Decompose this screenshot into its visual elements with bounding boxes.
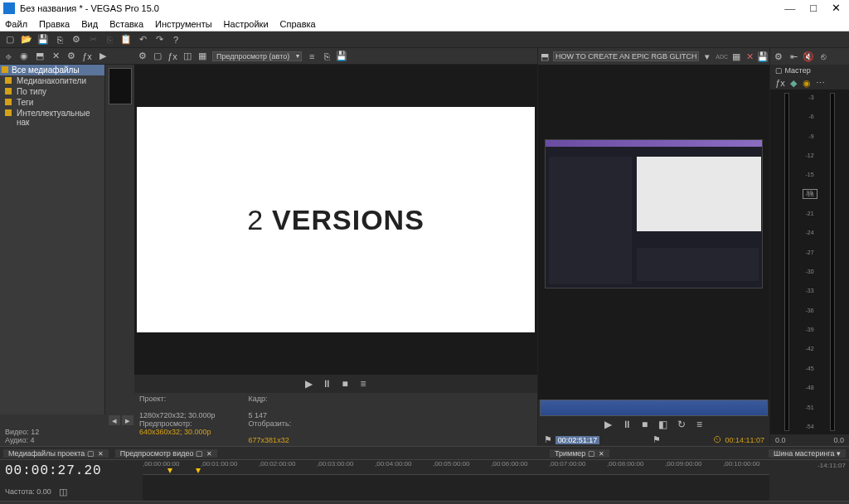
trimmer-add-button[interactable]: ◧ <box>658 419 668 429</box>
stop-button[interactable]: ■ <box>340 379 350 389</box>
external-monitor-icon[interactable]: ▢ <box>153 51 163 61</box>
properties2-icon[interactable]: ⚙ <box>66 51 76 61</box>
trimmer-menu[interactable]: ≡ <box>695 419 705 429</box>
split-screen-icon[interactable]: ◫ <box>182 51 192 61</box>
video-text-1: 2 <box>247 204 264 236</box>
media-tree[interactable]: Все медиафайлы Медианакопители По типу Т… <box>0 65 104 414</box>
menu-help[interactable]: Справка <box>280 19 316 29</box>
save-snapshot-icon[interactable]: 💾 <box>337 51 347 61</box>
menu-insert[interactable]: Вставка <box>109 19 143 29</box>
trimmer-dropdown-icon[interactable]: ▾ <box>702 51 712 61</box>
properties-icon[interactable]: ⚙ <box>71 35 81 45</box>
master-mute-icon[interactable]: 🔇 <box>803 51 813 61</box>
ruler-tick: ,00:00:00:00 <box>143 460 179 468</box>
trimmer-loop[interactable]: ↻ <box>677 419 686 429</box>
get-media-icon[interactable]: ⬒ <box>35 51 45 61</box>
scroll-left-icon[interactable]: ◂ <box>109 415 120 425</box>
fx-icon[interactable]: ƒx <box>82 51 92 61</box>
minimize-button[interactable]: — <box>784 2 795 15</box>
video-text-2: VERSIONS <box>272 204 424 236</box>
trimmer-in-tc[interactable]: 00:02:51:17 <box>555 436 600 444</box>
trimmer-stop[interactable]: ■ <box>640 419 650 429</box>
menu-edit[interactable]: Правка <box>39 19 70 29</box>
overlay-icon[interactable]: ▦ <box>197 51 207 61</box>
preview-quality-select[interactable]: Предпросмотр (авто) <box>212 51 302 61</box>
trimmer-match-icon[interactable]: ⬒ <box>540 51 550 61</box>
trimmer-play[interactable]: ▶ <box>604 419 614 429</box>
tree-item[interactable]: По типу <box>0 86 104 97</box>
open-icon[interactable]: 📂 <box>22 35 32 45</box>
master-o-icon[interactable]: ◉ <box>802 78 812 88</box>
pause-button[interactable]: ⏸ <box>322 379 332 389</box>
new-icon[interactable]: ▢ <box>5 35 15 45</box>
play-button[interactable]: ▶ <box>303 379 313 389</box>
save-icon[interactable]: 💾 <box>38 35 48 45</box>
frame-label: Кадр: 5 147 <box>249 395 292 419</box>
import-icon[interactable]: ⎆ <box>3 51 13 61</box>
copy-snapshot-icon[interactable]: ⎘ <box>322 51 332 61</box>
grid-icon[interactable]: ≡ <box>307 51 317 61</box>
menu-settings[interactable]: Настройки <box>224 19 269 29</box>
tab-master-bus[interactable]: Шина мастеринга ▾ <box>769 449 846 458</box>
tree-item[interactable]: Медианакопители <box>0 75 104 86</box>
clock-icon: ⏲ <box>713 434 723 444</box>
tree-root[interactable]: Все медиафайлы <box>0 65 104 75</box>
timeline-timecode[interactable]: 00:00:27.20 <box>5 463 138 478</box>
tree-item[interactable]: Интеллектуальные нак <box>0 108 104 128</box>
rate-reset-icon[interactable]: ◫ <box>58 487 68 497</box>
trimmer-pause[interactable]: ⏸ <box>622 419 632 429</box>
trimmer-scrubber[interactable] <box>540 400 768 416</box>
solo-indicator[interactable]: 88 <box>803 189 817 199</box>
master-settings-icon[interactable]: ⚙ <box>774 51 784 61</box>
trimmer-fx-icon[interactable]: ▦ <box>731 51 741 61</box>
meter-left[interactable] <box>784 93 789 431</box>
trimmer-save-icon[interactable]: 💾 <box>758 51 768 61</box>
loop-button[interactable]: ≡ <box>358 379 368 389</box>
preview-settings-icon[interactable]: ⚙ <box>138 51 148 61</box>
media-thumbnail[interactable] <box>109 68 132 104</box>
marker[interactable] <box>196 468 201 473</box>
audio-count: Аудио: 4 <box>5 436 34 444</box>
master-dim-icon[interactable]: ⎋ <box>818 51 828 61</box>
timeline-ruler[interactable]: ,00:00:00:00 ,00:01:00:00 ,00:02:00:00 ,… <box>143 460 769 501</box>
help-icon[interactable]: ? <box>171 35 181 45</box>
master-more-icon[interactable]: ⋯ <box>815 78 825 88</box>
close-button[interactable]: ✕ <box>832 2 841 15</box>
render-icon[interactable]: ⎘ <box>55 35 65 45</box>
cut-icon[interactable]: ✂ <box>88 35 98 45</box>
menu-file[interactable]: Файл <box>5 19 27 29</box>
remove-icon[interactable]: ✕ <box>51 51 61 61</box>
trimmer-video-content <box>545 139 763 288</box>
tab-trimmer[interactable]: Триммер ▢✕ <box>550 449 609 458</box>
meter-right[interactable] <box>830 93 835 431</box>
master-insert-icon[interactable]: ⇤ <box>788 51 798 61</box>
cursor-marker[interactable] <box>167 468 172 473</box>
copy-icon[interactable]: ⎘ <box>104 35 114 45</box>
master-fx-icon[interactable]: ƒx <box>775 78 785 88</box>
project-media-pane: ⎆ ◉ ⬒ ✕ ⚙ ƒx ▶ Все медиафайлы Медианакоп… <box>0 48 134 446</box>
ruler-tick: ,00:05:00:00 <box>433 460 469 468</box>
preview-fx-icon[interactable]: ƒx <box>167 51 177 61</box>
meter-scale: -3-6-9 -12-15-18 -21-24-27 -30-33-36 -39… <box>805 93 813 431</box>
redo-icon[interactable]: ↷ <box>154 35 164 45</box>
trimmer-filename[interactable]: HOW TO CREATE AN EPIC RGB GLITCH INTRO A… <box>553 51 699 61</box>
maximize-button[interactable]: □ <box>810 2 817 15</box>
paste-icon[interactable]: 📋 <box>121 35 131 45</box>
master-automation-icon[interactable]: ◆ <box>788 78 798 88</box>
menu-view[interactable]: Вид <box>81 19 98 29</box>
tab-preview[interactable]: Предпросмотр видео ▢✕ <box>115 449 217 458</box>
undo-icon[interactable]: ↶ <box>138 35 148 45</box>
flag2-icon[interactable]: ⚑ <box>652 434 662 444</box>
ruler-tick: ,00:08:00:00 <box>607 460 643 468</box>
trimmer-close-icon[interactable]: ✕ <box>745 51 754 61</box>
play-icon[interactable]: ▶ <box>98 51 108 61</box>
tab-project-media[interactable]: Медиафайлы проекта ▢✕ <box>3 449 109 458</box>
tl-offset-tc: -14:11:07 <box>817 462 846 469</box>
tree-item[interactable]: Теги <box>0 97 104 108</box>
dock-tabs: Медиафайлы проекта ▢✕ Предпросмотр видео… <box>0 446 849 459</box>
menu-tools[interactable]: Инструменты <box>155 19 212 29</box>
flag-icon[interactable]: ⚑ <box>543 434 553 444</box>
window-title: Без названия * - VEGAS Pro 15.0 <box>20 3 784 13</box>
capture-icon[interactable]: ◉ <box>19 51 29 61</box>
scroll-right-icon[interactable]: ▸ <box>122 415 133 425</box>
